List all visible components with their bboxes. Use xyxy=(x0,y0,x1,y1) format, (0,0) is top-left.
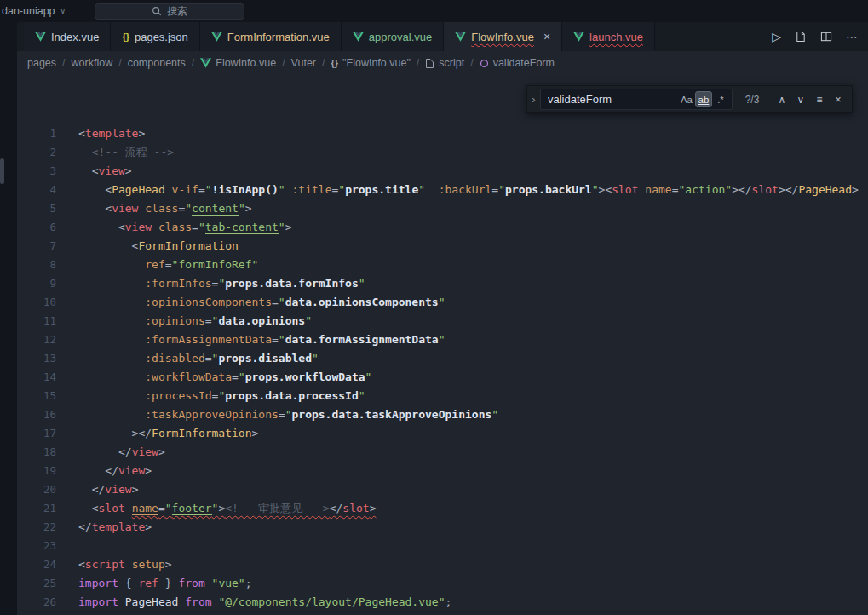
line-number: 9 xyxy=(17,274,56,293)
line-number: 11 xyxy=(17,312,56,330)
breadcrumb-item[interactable]: FlowInfo.vue xyxy=(200,57,276,69)
code-line: 16 :taskApproveOpinions="props.data.task… xyxy=(17,405,868,424)
code-line-content: :workflowData="props.workflowData" xyxy=(78,368,371,387)
code-line-content: :processId="props.data.processId" xyxy=(78,387,365,405)
breadcrumb-separator: / xyxy=(322,57,325,69)
code-line-content: </view> xyxy=(78,443,165,462)
find-next-button[interactable]: ∨ xyxy=(792,91,809,108)
editor-tab[interactable]: approval.vue xyxy=(342,22,444,51)
code-line: 26import PageHead from "@/components/lay… xyxy=(17,593,868,612)
code-line-content: import PageHead from "@/components/layou… xyxy=(78,593,451,612)
regex-toggle[interactable]: .* xyxy=(712,91,729,107)
breadcrumb-label: script xyxy=(439,57,464,69)
breadcrumb-separator: / xyxy=(417,57,419,69)
vue-icon xyxy=(573,32,584,42)
find-close-button[interactable]: × xyxy=(830,91,847,108)
code-line: 1<template> xyxy=(17,124,868,143)
code-line: 21 <slot name="footer"><!-- 审批意见 --></sl… xyxy=(17,499,868,518)
breadcrumb-label: Vuter xyxy=(291,57,316,69)
tab-label: approval.vue xyxy=(369,31,432,43)
line-number: 17 xyxy=(17,424,56,443)
title-bar: dan-uniapp ∨ 搜索 xyxy=(0,0,868,22)
code-line-content: <!-- 流程 --> xyxy=(78,143,174,162)
line-number: 20 xyxy=(17,480,56,499)
find-expand-chevron-icon[interactable]: › xyxy=(527,86,540,112)
code-line: 17 ></FormInformation> xyxy=(17,424,868,443)
activity-bar xyxy=(0,22,17,615)
global-search-box[interactable]: 搜索 xyxy=(95,3,244,20)
vscode-window: dan-uniapp ∨ 搜索 Index.vue{}pages.jsonFor… xyxy=(0,0,868,615)
code-line-content: <template> xyxy=(78,124,145,143)
code-line: 5 <view class="content"> xyxy=(17,199,868,218)
find-input[interactable] xyxy=(548,93,678,106)
method-icon xyxy=(480,59,489,68)
tab-close-icon[interactable]: × xyxy=(543,30,550,43)
code-line: 22</template> xyxy=(17,518,868,537)
breadcrumb-item[interactable]: Vuter xyxy=(291,57,316,69)
line-number: 4 xyxy=(17,181,56,199)
code-line-content: :formAssignmentData="data.formAssignment… xyxy=(78,330,445,349)
line-number: 3 xyxy=(17,162,56,181)
activity-indicator xyxy=(0,158,4,184)
braces-icon: {} xyxy=(331,58,339,68)
vue-icon xyxy=(35,32,46,42)
line-number: 24 xyxy=(17,555,56,574)
editor-tab[interactable]: FlowInfo.vue× xyxy=(444,22,562,51)
editor-tab[interactable]: launch.vue xyxy=(562,22,655,51)
line-number: 25 xyxy=(17,574,56,593)
more-actions-icon[interactable]: ⋯ xyxy=(846,30,858,43)
run-icon[interactable]: ▷ xyxy=(772,30,781,43)
vue-icon xyxy=(200,58,211,68)
code-line-content: <view class="tab-content"> xyxy=(78,218,291,237)
breadcrumb-item[interactable]: components xyxy=(128,57,186,69)
braces-icon: {} xyxy=(122,32,129,42)
breadcrumb-label: pages xyxy=(27,57,56,69)
line-number: 7 xyxy=(17,237,56,256)
code-line-content: import { ref } from "vue"; xyxy=(78,574,252,593)
open-changes-icon[interactable] xyxy=(795,31,807,43)
editor-tab[interactable]: {}pages.json xyxy=(111,22,199,51)
code-line-content: ></FormInformation> xyxy=(78,424,258,443)
breadcrumb-separator: / xyxy=(62,57,65,69)
split-editor-icon[interactable] xyxy=(820,31,832,43)
breadcrumb-separator: / xyxy=(282,57,285,69)
editor-tab[interactable]: Index.vue xyxy=(24,22,111,51)
code-line: 11 :opinions="data.opinions" xyxy=(17,312,868,330)
line-number: 23 xyxy=(17,537,56,555)
editor-tab[interactable]: FormInformation.vue xyxy=(200,22,342,51)
breadcrumb-item[interactable]: workflow xyxy=(72,57,113,69)
line-number: 13 xyxy=(17,349,56,368)
breadcrumb-item[interactable]: {}"FlowInfo.vue" xyxy=(331,57,411,69)
line-number: 2 xyxy=(17,143,56,162)
match-case-toggle[interactable]: Aa xyxy=(678,91,695,107)
find-input-box: Aa ab .* xyxy=(540,89,733,110)
editor-actions: ▷ ⋯ xyxy=(762,22,868,51)
project-name[interactable]: dan-uniapp xyxy=(2,5,55,17)
breadcrumb-label: workflow xyxy=(72,57,113,69)
code-line-content: :disabled="props.disabled" xyxy=(78,349,319,368)
editor-pane[interactable]: › Aa ab .* ?/3 ∧ ∨ ≡ × 1<template>2 <!--… xyxy=(17,75,868,615)
breadcrumb-label: FlowInfo.vue xyxy=(216,57,276,69)
code-line-content: ref="formInfoRef" xyxy=(78,256,258,274)
breadcrumb-item[interactable]: pages xyxy=(27,57,56,69)
search-label: 搜索 xyxy=(167,4,187,19)
code-line-content: :opinionsComponents="data.opinionsCompon… xyxy=(78,293,445,312)
line-number: 10 xyxy=(17,293,56,312)
code-line-content: </view> xyxy=(78,480,138,499)
breadcrumb-item[interactable]: script xyxy=(425,57,464,69)
find-previous-button[interactable]: ∧ xyxy=(773,91,790,108)
code-line-content: <slot name="footer"><!-- 审批意见 --></slot> xyxy=(78,499,376,518)
tab-bar: Index.vue{}pages.jsonFormInformation.vue… xyxy=(17,22,868,51)
breadcrumb-item[interactable]: validateForm xyxy=(480,57,555,69)
find-widget: › Aa ab .* ?/3 ∧ ∨ ≡ × xyxy=(526,85,853,113)
whole-word-toggle[interactable]: ab xyxy=(695,91,712,107)
code-line-content: <view class="content"> xyxy=(78,199,252,218)
code-line: 12 :formAssignmentData="data.formAssignm… xyxy=(17,330,868,349)
line-number: 26 xyxy=(17,593,56,612)
code-line-content: :taskApproveOpinions="props.data.taskApp… xyxy=(78,405,498,424)
vue-icon xyxy=(211,32,222,42)
find-in-selection-button[interactable]: ≡ xyxy=(811,91,828,108)
code-line-content: </template> xyxy=(78,518,152,537)
code-area: 1<template>2 <!-- 流程 -->3 <view>4 <PageH… xyxy=(17,75,868,612)
code-line: 3 <view> xyxy=(17,162,868,181)
